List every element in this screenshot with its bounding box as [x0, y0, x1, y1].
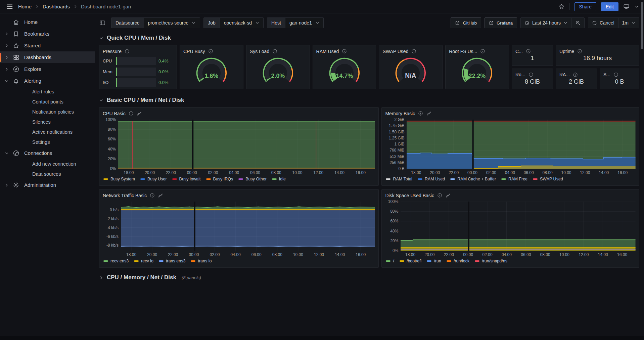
star-icon[interactable] [558, 3, 565, 10]
legend-item-trans-ens3[interactable]: trans ens3 [159, 259, 185, 263]
chevron-right-icon[interactable] [5, 32, 9, 36]
chevron-down-icon[interactable] [634, 4, 639, 9]
chart-plot-area[interactable] [118, 120, 375, 169]
info-icon[interactable] [272, 49, 277, 54]
sidebar-item-alerting[interactable]: Alerting [0, 75, 95, 87]
cancel-refresh-button[interactable]: Cancel [588, 18, 618, 28]
sidebar-item-add-new-connection[interactable]: Add new connection [0, 159, 95, 169]
info-icon[interactable] [411, 49, 416, 54]
legend-item-ram-free[interactable]: RAM Free [501, 177, 527, 181]
sidebar-item-starred[interactable]: Starred [0, 40, 95, 51]
legend-item-idle[interactable]: Idle [272, 177, 286, 181]
x-axis-tick: 20:00 [430, 170, 440, 175]
legend-item-trans-lo[interactable]: trans lo [191, 259, 212, 263]
legend-item-run[interactable]: /run [427, 259, 441, 263]
legend-item-run-snapd-ns[interactable]: /run/snapd/ns [475, 259, 507, 263]
x-axis-tick: 08:00 [272, 252, 282, 257]
legend-item-ram-cache-buffer[interactable]: RAM Cache + Buffer [450, 177, 496, 181]
legend-item-ram-used[interactable]: RAM Used [418, 177, 445, 181]
section-quick-cpu-mem-disk[interactable]: Quick CPU / Mem / Disk [99, 33, 639, 43]
legend-item-recv-ens3[interactable]: recv ens3 [103, 259, 129, 263]
legend-item-boot-efi[interactable]: /boot/efi [400, 259, 421, 263]
info-icon[interactable] [528, 72, 534, 77]
legend-item-busy-iowait[interactable]: Busy Iowait [172, 177, 201, 181]
edit-button[interactable]: Edit [601, 2, 618, 11]
sidebar-item-dashboards[interactable]: Dashboards [0, 51, 95, 63]
section-basic-cpu-mem-net-disk[interactable]: Basic CPU / Mem / Net / Disk [99, 95, 639, 105]
x-axis-tick: 06:00 [521, 252, 531, 257]
sidebar-item-settings[interactable]: Settings [0, 137, 95, 147]
info-icon[interactable] [208, 49, 213, 54]
grafana-link-button[interactable]: Grafana [485, 17, 517, 28]
legend-item-busy-irqs[interactable]: Busy IRQs [206, 177, 233, 181]
github-link-button[interactable]: GitHub [451, 17, 481, 28]
legend-swatch [475, 260, 479, 262]
info-icon[interactable] [342, 49, 347, 54]
chevron-right-icon[interactable] [5, 55, 9, 59]
host-select[interactable]: gan-node1 [285, 17, 324, 28]
chart-plot-area[interactable] [401, 202, 636, 251]
chevron-right-icon[interactable] [5, 67, 9, 71]
scrollbar-thumb[interactable] [641, 2, 643, 49]
hamburger-menu-icon[interactable] [6, 3, 13, 10]
chart-disabled-icon[interactable] [445, 193, 451, 198]
sidebar-item-alert-rules[interactable]: Alert rules [0, 87, 95, 97]
info-icon[interactable] [577, 49, 582, 54]
chart-plot-area[interactable] [121, 202, 375, 251]
chevron-right-icon[interactable] [5, 183, 9, 187]
kiosk-mode-icon[interactable] [623, 3, 630, 10]
zoom-out-button[interactable] [571, 18, 584, 28]
sidebar-item-home[interactable]: Home [0, 16, 95, 28]
breadcrumb-home[interactable]: Home [18, 4, 32, 9]
sidebar-item-active-notifications[interactable]: Active notifications [0, 127, 95, 137]
sidebar-item-label: Alerting [24, 78, 41, 84]
vertical-scrollbar[interactable] [641, 0, 643, 340]
sidebar-item-explore[interactable]: Explore [0, 63, 95, 75]
chart-plot-area[interactable] [407, 120, 636, 169]
legend-item-busy-other[interactable]: Busy Other [238, 177, 267, 181]
legend-item-run-lock[interactable]: /run/lock [447, 259, 469, 263]
legend-item-busy-user[interactable]: Busy User [140, 177, 167, 181]
time-range-button[interactable]: Last 24 hours [521, 18, 571, 28]
x-axis-tick: 22:00 [168, 252, 178, 257]
legend-item-swap-used[interactable]: SWAP Used [533, 177, 563, 181]
info-icon[interactable] [129, 111, 134, 116]
legend-item-recv-lo[interactable]: recv lo [134, 259, 153, 263]
datasource-select[interactable]: prometheus-source [144, 17, 200, 28]
legend-swatch [418, 178, 422, 180]
info-icon[interactable] [526, 49, 531, 54]
chevron-right-icon[interactable] [5, 44, 9, 48]
job-select[interactable]: openstack-sd [220, 17, 264, 28]
panel-title: Root FS Us... [449, 49, 477, 54]
info-icon[interactable] [613, 72, 618, 77]
chevron-down-icon[interactable] [5, 79, 9, 83]
sidebar-item-label: Add new connection [32, 161, 76, 167]
info-icon[interactable] [150, 193, 155, 198]
info-icon[interactable] [125, 49, 130, 54]
legend-item-[interactable]: / [386, 259, 394, 263]
sidebar-item-silences[interactable]: Silences [0, 117, 95, 127]
sidebar-item-bookmarks[interactable]: Bookmarks [0, 28, 95, 40]
sidebar-item-contact-points[interactable]: Contact points [0, 97, 95, 107]
refresh-interval-button[interactable]: 1m [618, 18, 639, 28]
dock-menu-icon[interactable] [99, 19, 106, 26]
breadcrumb-dashboards[interactable]: Dashboards [43, 4, 70, 9]
chart-disabled-icon[interactable] [158, 193, 163, 198]
info-icon[interactable] [573, 72, 578, 77]
share-button[interactable]: Share [574, 2, 596, 11]
legend-item-ram-total[interactable]: RAM Total [386, 177, 412, 181]
y-axis-tick: 20% [108, 157, 116, 161]
sidebar-item-administration[interactable]: Administration [0, 179, 95, 191]
info-icon[interactable] [437, 193, 442, 198]
sidebar-item-data-sources[interactable]: Data sources [0, 169, 95, 179]
section-cpu-memory-net-disk-collapsed[interactable]: CPU / Memory / Net / Disk (8 panels) [99, 272, 639, 283]
sidebar-item-connections[interactable]: Connections [0, 147, 95, 159]
sidebar-item-notification-policies[interactable]: Notification policies [0, 107, 95, 117]
legend-swatch [172, 178, 177, 180]
chart-disabled-icon[interactable] [137, 111, 142, 116]
chevron-down-icon[interactable] [5, 151, 9, 155]
legend-item-busy-system[interactable]: Busy System [103, 177, 135, 181]
chart-disabled-icon[interactable] [426, 111, 431, 116]
info-icon[interactable] [418, 111, 423, 116]
info-icon[interactable] [480, 49, 485, 54]
